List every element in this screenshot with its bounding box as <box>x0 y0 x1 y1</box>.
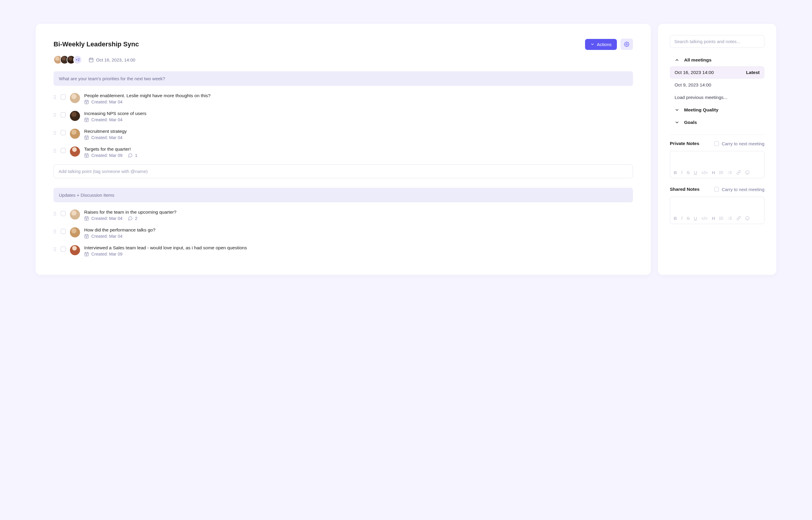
private-notes-editor[interactable]: B I S U </> H 123 <box>670 151 764 178</box>
svg-point-30 <box>55 131 56 132</box>
heading-icon[interactable]: H <box>712 216 715 221</box>
actions-button[interactable]: Actions <box>585 39 617 50</box>
comment-count[interactable]: 2 <box>128 216 138 221</box>
emoji-icon[interactable] <box>745 216 749 220</box>
drag-handle-icon[interactable] <box>53 247 56 252</box>
meeting-date-text: Oct 16, 2023, 14:00 <box>96 57 135 62</box>
svg-point-22 <box>55 116 56 117</box>
comment-count[interactable]: 1 <box>128 153 138 158</box>
svg-point-108 <box>720 218 720 219</box>
item-title[interactable]: People enablement. Leslie might have mor… <box>84 93 633 98</box>
shared-notes-header: Shared Notes Carry to next meeting <box>670 187 764 192</box>
number-list-icon[interactable]: 123 <box>728 216 732 220</box>
carry-shared-toggle[interactable]: Carry to next meeting <box>714 187 764 192</box>
list-item: Raises for the team in the upcoming quar… <box>53 209 633 221</box>
svg-point-55 <box>54 213 55 214</box>
search-input[interactable] <box>670 35 764 48</box>
item-checkbox[interactable] <box>61 148 66 153</box>
svg-point-92 <box>720 171 720 172</box>
meeting-quality-toggle[interactable]: Meeting Quality <box>670 104 764 116</box>
strike-icon[interactable]: S <box>687 170 690 175</box>
list-item: People enablement. Leslie might have mor… <box>53 93 633 104</box>
number-list-icon[interactable]: 123 <box>728 170 732 175</box>
link-icon[interactable] <box>736 216 741 220</box>
drag-handle-icon[interactable] <box>53 95 56 100</box>
svg-point-101 <box>745 171 749 175</box>
bold-icon[interactable]: B <box>674 170 677 175</box>
checkbox[interactable] <box>714 141 719 146</box>
avatar <box>70 129 80 139</box>
svg-point-6 <box>55 95 56 96</box>
item-title[interactable]: Recruitment strategy <box>84 129 633 134</box>
underline-icon[interactable]: U <box>694 170 697 175</box>
editor-toolbar: B I S U </> H 123 <box>674 170 761 175</box>
italic-icon[interactable]: I <box>681 170 683 175</box>
header-actions: Actions <box>585 38 633 50</box>
chevron-down-icon <box>674 120 679 125</box>
strike-icon[interactable]: S <box>687 216 690 221</box>
bold-icon[interactable]: B <box>674 216 677 221</box>
goals-toggle[interactable]: Goals <box>670 116 764 129</box>
avatar <box>70 209 80 219</box>
meeting-date-label: Oct 16, 2023 14:00 <box>674 70 714 75</box>
checkbox[interactable] <box>714 187 719 192</box>
item-checkbox[interactable] <box>61 246 66 252</box>
drag-handle-icon[interactable] <box>53 113 56 118</box>
link-icon[interactable] <box>736 170 741 175</box>
item-title[interactable]: How did the performance talks go? <box>84 227 633 233</box>
svg-point-46 <box>55 152 56 153</box>
list-item: Increasing NPS score of usersCreated: Ma… <box>53 111 633 122</box>
item-checkbox[interactable] <box>61 112 66 118</box>
list-item: How did the performance talks go?Created… <box>53 227 633 239</box>
emoji-icon[interactable] <box>745 170 749 175</box>
item-checkbox[interactable] <box>61 130 66 135</box>
load-previous-meetings[interactable]: Load previous meetings... <box>670 91 764 104</box>
settings-button[interactable] <box>620 38 633 50</box>
main-panel: Bi-Weekly Leadership Sync Actions +2 <box>36 24 651 275</box>
item-title[interactable]: Raises for the team in the upcoming quar… <box>84 209 633 215</box>
avatar-more[interactable]: +2 <box>73 55 82 64</box>
drag-handle-icon[interactable] <box>53 229 56 234</box>
svg-point-57 <box>54 215 55 216</box>
item-title[interactable]: Interviewed a Sales team lead - would lo… <box>84 245 633 251</box>
drag-handle-icon[interactable] <box>53 148 56 153</box>
code-icon[interactable]: </> <box>702 170 708 175</box>
meeting-row[interactable]: Oct 16, 2023 14:00Latest <box>670 66 764 79</box>
item-checkbox[interactable] <box>61 229 66 234</box>
underline-icon[interactable]: U <box>694 216 697 221</box>
bullet-list-icon[interactable] <box>719 170 724 175</box>
svg-point-9 <box>54 98 55 99</box>
drag-handle-icon[interactable] <box>53 211 56 216</box>
item-title[interactable]: Targets for the quarter! <box>84 147 633 152</box>
item-checkbox[interactable] <box>61 211 66 216</box>
shared-notes-editor[interactable]: B I S U </> H 123 <box>670 197 764 224</box>
bullet-list-icon[interactable] <box>719 216 724 220</box>
item-title[interactable]: Increasing NPS score of users <box>84 111 633 116</box>
svg-point-0 <box>626 44 628 45</box>
all-meetings-toggle[interactable]: All meetings <box>670 54 764 66</box>
svg-point-53 <box>54 212 55 213</box>
side-panel: All meetings Oct 16, 2023 14:00LatestOct… <box>658 24 776 275</box>
svg-point-94 <box>720 174 720 174</box>
svg-point-10 <box>55 98 56 99</box>
carry-private-toggle[interactable]: Carry to next meeting <box>714 141 764 146</box>
svg-point-56 <box>55 213 56 214</box>
svg-point-29 <box>54 131 55 132</box>
code-icon[interactable]: </> <box>702 216 708 221</box>
item-checkbox[interactable] <box>61 95 66 100</box>
avatar <box>70 245 80 255</box>
created-date: Created: Mar 04 <box>84 135 123 140</box>
meeting-row[interactable]: Oct 9, 2023 14:00 <box>670 79 764 91</box>
created-date: Created: Mar 09 <box>84 252 123 256</box>
heading-icon[interactable]: H <box>712 170 715 175</box>
created-date: Created: Mar 04 <box>84 100 123 104</box>
italic-icon[interactable]: I <box>681 216 683 221</box>
meeting-date: Oct 16, 2023, 14:00 <box>89 57 135 62</box>
add-talking-point-input[interactable] <box>53 164 633 178</box>
list-item: Interviewed a Sales team lead - would lo… <box>53 245 633 256</box>
svg-point-70 <box>55 233 56 234</box>
drag-handle-icon[interactable] <box>53 130 56 135</box>
participant-avatars[interactable]: +2 <box>53 55 82 64</box>
svg-point-32 <box>55 132 56 133</box>
avatar <box>70 227 80 237</box>
